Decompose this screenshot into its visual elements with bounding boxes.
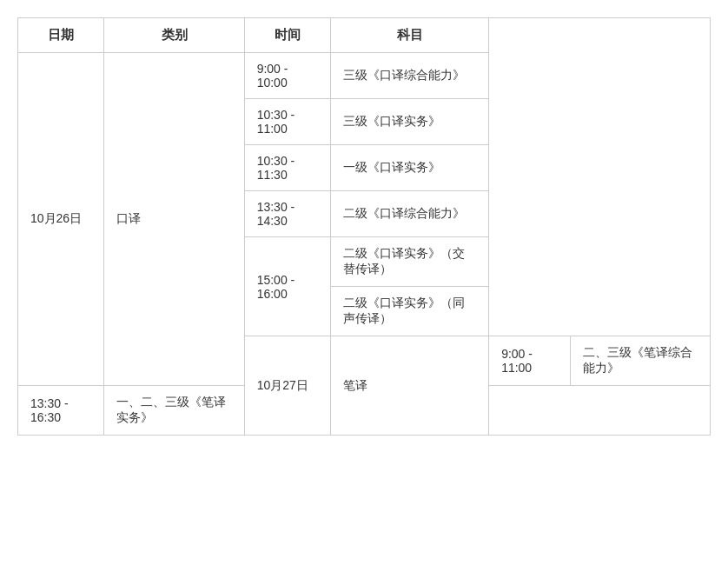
subject-cell: 二级《口译综合能力》	[331, 191, 489, 237]
subject-cell: 一、二、三级《笔译实务》	[104, 386, 244, 436]
time-cell: 13:30 - 16:30	[18, 386, 104, 436]
time-cell: 9:00 - 11:00	[489, 336, 571, 386]
category-cell: 口译	[104, 53, 244, 386]
time-cell: 13:30 - 14:30	[244, 191, 330, 237]
schedule-table: 日期 类别 时间 科目 10月26日口译9:00 - 10:00三级《口译综合能…	[17, 17, 711, 436]
header-date: 日期	[18, 18, 104, 53]
time-cell: 15:00 - 16:00	[244, 237, 330, 336]
date-cell: 10月26日	[18, 53, 104, 386]
subject-cell: 三级《口译综合能力》	[331, 53, 489, 99]
header-subject: 科目	[331, 18, 489, 53]
time-cell: 9:00 - 10:00	[244, 53, 330, 99]
category-cell: 笔译	[331, 336, 489, 436]
subject-cell: 二、三级《笔译综合能力》	[570, 336, 710, 386]
time-cell: 10:30 - 11:30	[244, 145, 330, 191]
header-category: 类别	[104, 18, 244, 53]
subject-cell: 三级《口译实务》	[331, 99, 489, 145]
time-cell: 10:30 - 11:00	[244, 99, 330, 145]
table-row: 10月26日口译9:00 - 10:00三级《口译综合能力》	[18, 53, 711, 99]
date-cell: 10月27日	[244, 336, 330, 436]
header-time: 时间	[244, 18, 330, 53]
subject-cell: 一级《口译实务》	[331, 145, 489, 191]
subject-cell: 二级《口译实务》（交替传译）	[331, 237, 489, 287]
subject-cell: 二级《口译实务》（同声传译）	[331, 287, 489, 336]
